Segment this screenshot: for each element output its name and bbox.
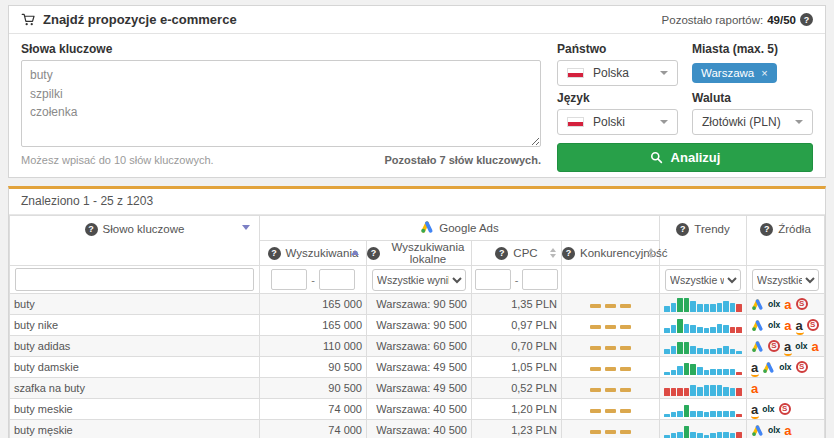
searches-cell: 110 000 bbox=[260, 336, 367, 357]
col-local-searches-header[interactable]: Wyszukiwania lokalne bbox=[367, 241, 472, 266]
cpc-min-input[interactable] bbox=[475, 269, 511, 290]
sources-icons: olxaS bbox=[751, 298, 820, 311]
keywords-textarea[interactable]: buty szpilki czołenka bbox=[21, 60, 541, 147]
sources-cell: Saolxa bbox=[747, 336, 825, 357]
col-cpc-header[interactable]: CPC bbox=[472, 241, 562, 266]
google-ads-icon bbox=[751, 319, 764, 332]
google-ads-icon bbox=[751, 298, 764, 311]
competition-medium-icon bbox=[590, 409, 631, 413]
help-icon[interactable] bbox=[85, 223, 98, 236]
table-row: buty meskie 74 000 Warszawa: 40 500 1,20… bbox=[10, 399, 825, 420]
trend-cell bbox=[660, 336, 747, 357]
search-form-card: Znajdź propozycje e-commerce Pozostało r… bbox=[8, 5, 826, 178]
table-row: buty adidas 110 000 Warszawa: 60 500 0,7… bbox=[10, 336, 825, 357]
cities-label: Miasta (max. 5) bbox=[692, 42, 813, 56]
searches-min-input[interactable] bbox=[271, 269, 307, 290]
sort-asc-icon[interactable] bbox=[351, 250, 359, 255]
analyze-button-label: Analizuj bbox=[671, 150, 721, 165]
trend-cell bbox=[660, 420, 747, 438]
competition-cell bbox=[562, 399, 660, 420]
cpc-cell: 0,52 PLN bbox=[472, 378, 562, 399]
skapiec-icon: S bbox=[796, 298, 808, 310]
keywords-label: Słowa kluczowe bbox=[21, 42, 541, 56]
keywords-table: Słowo kluczowe Google Ads Trendy Źródła bbox=[9, 215, 825, 438]
sort-icon[interactable] bbox=[550, 248, 556, 258]
card-header: Znajdź propozycje e-commerce Pozostało r… bbox=[9, 6, 825, 34]
searches-max-input[interactable] bbox=[319, 269, 355, 290]
sources-icons: a bbox=[751, 382, 820, 395]
col-sources-header: Źródła bbox=[747, 216, 825, 266]
col-searches-header[interactable]: Wyszukiwania bbox=[260, 241, 367, 266]
cpc-cell: 1,20 PLN bbox=[472, 399, 562, 420]
col-trends-header: Trendy bbox=[660, 216, 747, 266]
poland-flag-icon bbox=[567, 68, 584, 78]
competition-medium-icon bbox=[590, 388, 631, 392]
language-select[interactable]: Polski bbox=[557, 109, 678, 135]
skapiec-icon: S bbox=[768, 340, 780, 352]
help-icon[interactable] bbox=[676, 223, 689, 236]
local-searches-cell: Warszawa: 49 500 bbox=[367, 357, 472, 378]
trend-cell bbox=[660, 294, 747, 315]
close-icon[interactable]: × bbox=[761, 67, 767, 79]
help-icon[interactable] bbox=[562, 247, 575, 260]
olx-icon: olx bbox=[768, 426, 780, 435]
trend-chart bbox=[664, 297, 742, 312]
country-label: Państwo bbox=[557, 42, 678, 56]
sources-icons: a olxS bbox=[751, 361, 820, 374]
table-row: buty 165 000 Warszawa: 90 500 1,35 PLN o… bbox=[10, 294, 825, 315]
competition-filter-cell bbox=[562, 266, 660, 294]
competition-medium-icon bbox=[590, 346, 631, 350]
allegro-icon: a bbox=[812, 340, 819, 353]
currency-label: Waluta bbox=[692, 91, 813, 105]
keywords-hints: Możesz wpisać do 10 słów kluczowych. Poz… bbox=[21, 154, 541, 166]
page: Znajdź propozycje e-commerce Pozostało r… bbox=[0, 0, 834, 438]
table-body: buty 165 000 Warszawa: 90 500 1,35 PLN o… bbox=[10, 294, 825, 438]
filter-triangle-icon[interactable] bbox=[242, 225, 250, 230]
competition-medium-icon bbox=[590, 304, 631, 308]
cities-tagbox[interactable]: Warszawa × bbox=[692, 60, 813, 86]
sources-icons: Saolxa bbox=[751, 340, 820, 353]
competition-medium-icon bbox=[590, 430, 631, 434]
city-tag[interactable]: Warszawa × bbox=[692, 63, 777, 83]
cpc-max-input[interactable] bbox=[522, 269, 558, 290]
trends-filter-select[interactable]: Wszystkie wyniki bbox=[665, 269, 741, 291]
currency-select[interactable]: Złotówki (PLN) bbox=[692, 109, 813, 135]
allegro-icon: a bbox=[784, 424, 791, 437]
sort-icon[interactable] bbox=[648, 248, 654, 258]
keyword-cell: buty meskie bbox=[10, 399, 260, 420]
col-competition-header[interactable]: Konkurencyjność bbox=[562, 241, 660, 266]
options-section: Państwo Polska Miasta (max. 5) Warszawa bbox=[557, 42, 813, 172]
cart-icon bbox=[21, 13, 36, 27]
allegro-icon: a bbox=[784, 298, 791, 311]
google-ads-icon bbox=[751, 424, 764, 437]
local-results-filter-select[interactable]: Wszystkie wyniki bbox=[372, 269, 466, 291]
searches-cell: 90 500 bbox=[260, 357, 367, 378]
sources-cell: olxaaS bbox=[747, 315, 825, 336]
keyword-cell: buty męskie bbox=[10, 420, 260, 438]
trend-cell bbox=[660, 357, 747, 378]
sources-icons: olxaaS bbox=[751, 319, 820, 332]
results-card: Znaleziono 1 - 25 z 1203 Słowo kluczowe … bbox=[8, 186, 826, 438]
currency-value: Złotówki (PLN) bbox=[702, 115, 781, 129]
sources-cell: a olxS bbox=[747, 357, 825, 378]
allegro-icon: a bbox=[784, 319, 791, 332]
keyword-cell: buty bbox=[10, 294, 260, 315]
help-icon[interactable] bbox=[760, 223, 773, 236]
help-icon[interactable] bbox=[800, 13, 813, 26]
help-icon[interactable] bbox=[268, 247, 281, 260]
sources-icons: olxa bbox=[751, 424, 820, 437]
keyword-filter-input[interactable] bbox=[15, 268, 254, 291]
country-select[interactable]: Polska bbox=[557, 60, 678, 86]
page-title: Znajdź propozycje e-commerce bbox=[21, 12, 237, 27]
keywords-section: Słowa kluczowe buty szpilki czołenka Moż… bbox=[21, 42, 541, 172]
search-icon bbox=[650, 151, 663, 164]
skapiec-icon: S bbox=[779, 403, 791, 415]
col-keyword-header[interactable]: Słowo kluczowe bbox=[10, 216, 260, 266]
col-google-ads-header: Google Ads bbox=[260, 216, 660, 241]
sources-filter-select[interactable]: Wszystkie wyniki bbox=[752, 269, 819, 291]
analyze-button[interactable]: Analizuj bbox=[557, 143, 813, 172]
help-icon[interactable] bbox=[495, 247, 508, 260]
city-tag-label: Warszawa bbox=[701, 67, 754, 79]
help-icon[interactable] bbox=[367, 247, 380, 260]
competition-cell bbox=[562, 315, 660, 336]
